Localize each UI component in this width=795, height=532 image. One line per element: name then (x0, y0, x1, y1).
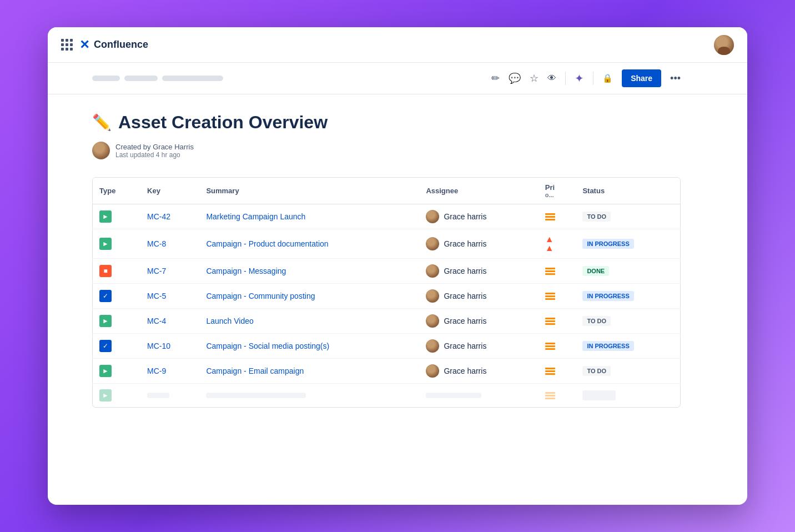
summary-cell[interactable]: Campaign - Community posting (199, 284, 419, 309)
table-row[interactable]: ► (93, 384, 680, 408)
breadcrumb-item-2[interactable] (124, 76, 158, 81)
key-link[interactable]: MC-9 (147, 367, 166, 375)
summary-link[interactable]: Campaign - Product documentation (206, 239, 328, 248)
edit-icon[interactable]: ✏ (491, 72, 500, 84)
table-row[interactable]: ■ MC-7 Campaign - Messaging Grace harris… (93, 259, 680, 284)
status-badge: IN PROGRESS (582, 239, 633, 249)
key-cell[interactable]: MC-5 (140, 284, 199, 309)
type-icon: ► (99, 365, 112, 377)
status-cell: DONE (576, 259, 680, 284)
priority-cell (539, 259, 576, 284)
key-cell[interactable]: MC-10 (140, 334, 199, 359)
summary-cell[interactable]: Campaign - Email campaign (199, 359, 419, 384)
type-cell: ■ (93, 259, 140, 284)
app-name: Confluence (94, 39, 148, 51)
page-title-row: ✏️ Asset Creation Overview (92, 112, 681, 133)
key-cell[interactable]: MC-4 (140, 309, 199, 334)
priority-cell (539, 334, 576, 359)
star-icon[interactable]: ☆ (530, 72, 539, 84)
summary-cell[interactable]: Marketing Campaign Launch (199, 204, 419, 229)
type-icon: ✓ (99, 340, 112, 352)
type-icon: ► (99, 389, 112, 401)
priority-cell: ▲▲ (539, 229, 576, 259)
assignee-cell: Grace harris (426, 339, 531, 353)
type-cell: ► (93, 229, 140, 259)
key-cell[interactable]: MC-8 (140, 229, 199, 259)
table-row[interactable]: ► MC-9 Campaign - Email campaign Grace h… (93, 359, 680, 384)
sparkle-icon[interactable]: ✦ (575, 72, 584, 85)
watch-icon[interactable]: 👁 (547, 73, 556, 83)
summary-link[interactable]: Marketing Campaign Launch (206, 212, 305, 221)
assignee-name: Grace harris (444, 267, 486, 275)
logo-icon: ✕ (79, 38, 89, 52)
assignee-name: Grace harris (444, 342, 486, 350)
priority-cell (539, 284, 576, 309)
summary-cell[interactable] (199, 384, 419, 408)
assignee-name: Grace harris (444, 239, 486, 248)
status-cell: IN PROGRESS (576, 284, 680, 309)
table-row[interactable]: ► MC-8 Campaign - Product documentation … (93, 229, 680, 259)
assignee-cell-wrapper: Grace harris (419, 334, 538, 359)
assignee-cell-wrapper: Grace harris (419, 204, 538, 229)
status-badge: TO DO (582, 316, 611, 326)
page-toolbar: ✏ 💬 ☆ 👁 ✦ 🔒 Share ••• (48, 63, 747, 94)
status-badge: TO DO (582, 366, 611, 376)
priority-cell (539, 359, 576, 384)
assignee-avatar (426, 364, 439, 378)
table-row[interactable]: ► MC-4 Launch Video Grace harris TO DO (93, 309, 680, 334)
key-cell[interactable]: MC-42 (140, 204, 199, 229)
key-link[interactable]: MC-8 (147, 239, 166, 248)
type-cell: ► (93, 359, 140, 384)
assignee-cell-wrapper (419, 384, 538, 408)
user-avatar[interactable] (714, 35, 734, 55)
toolbar-actions: ✏ 💬 ☆ 👁 ✦ 🔒 Share ••• (491, 69, 681, 87)
summary-link[interactable]: Campaign - Email campaign (206, 367, 304, 375)
breadcrumb-item-1[interactable] (92, 76, 120, 81)
priority-cell (539, 309, 576, 334)
assignee-avatar (426, 237, 439, 250)
browser-window: ✕ Confluence ✏ 💬 ☆ 👁 ✦ 🔒 Share ••• (48, 27, 747, 505)
key-link[interactable]: MC-7 (147, 267, 166, 275)
summary-link[interactable]: Campaign - Community posting (206, 292, 315, 300)
key-link[interactable]: MC-10 (147, 342, 170, 350)
summary-cell[interactable]: Campaign - Social media posting(s) (199, 334, 419, 359)
assignee-avatar (426, 210, 439, 223)
status-cell: TO DO (576, 204, 680, 229)
summary-cell[interactable]: Launch Video (199, 309, 419, 334)
table-row[interactable]: ✓ MC-10 Campaign - Social media posting(… (93, 334, 680, 359)
key-cell[interactable]: MC-7 (140, 259, 199, 284)
assignee-avatar (426, 314, 439, 328)
status-cell (576, 384, 680, 408)
key-cell[interactable] (140, 384, 199, 408)
type-icon: ■ (99, 265, 112, 277)
summary-link[interactable]: Campaign - Social media posting(s) (206, 342, 329, 350)
summary-link[interactable]: Launch Video (206, 317, 253, 325)
priority-cell (539, 384, 576, 408)
assignee-avatar (426, 339, 439, 353)
summary-cell[interactable]: Campaign - Messaging (199, 259, 419, 284)
summary-link[interactable]: Campaign - Messaging (206, 267, 286, 275)
logo[interactable]: ✕ Confluence (79, 38, 148, 52)
col-status: Status (576, 178, 680, 204)
key-link[interactable]: MC-5 (147, 292, 166, 300)
breadcrumb-item-3[interactable] (162, 76, 223, 81)
status-cell: IN PROGRESS (576, 229, 680, 259)
toolbar-divider-2 (593, 72, 593, 85)
key-link[interactable]: MC-4 (147, 317, 166, 325)
key-link[interactable]: MC-42 (147, 212, 170, 221)
col-key: Key (140, 178, 199, 204)
breadcrumb (92, 76, 223, 81)
col-summary: Summary (199, 178, 419, 204)
table-row[interactable]: ✓ MC-5 Campaign - Community posting Grac… (93, 284, 680, 309)
type-cell: ✓ (93, 334, 140, 359)
summary-cell[interactable]: Campaign - Product documentation (199, 229, 419, 259)
lock-icon[interactable]: 🔒 (602, 73, 613, 83)
key-cell[interactable]: MC-9 (140, 359, 199, 384)
assignee-cell: Grace harris (426, 289, 531, 303)
comment-icon[interactable]: 💬 (509, 72, 521, 84)
table-row[interactable]: ► MC-42 Marketing Campaign Launch Grace … (93, 204, 680, 229)
grid-menu-icon[interactable] (61, 39, 73, 51)
assignee-cell-wrapper: Grace harris (419, 229, 538, 259)
share-button[interactable]: Share (622, 69, 661, 87)
more-options-icon[interactable]: ••• (670, 73, 681, 84)
